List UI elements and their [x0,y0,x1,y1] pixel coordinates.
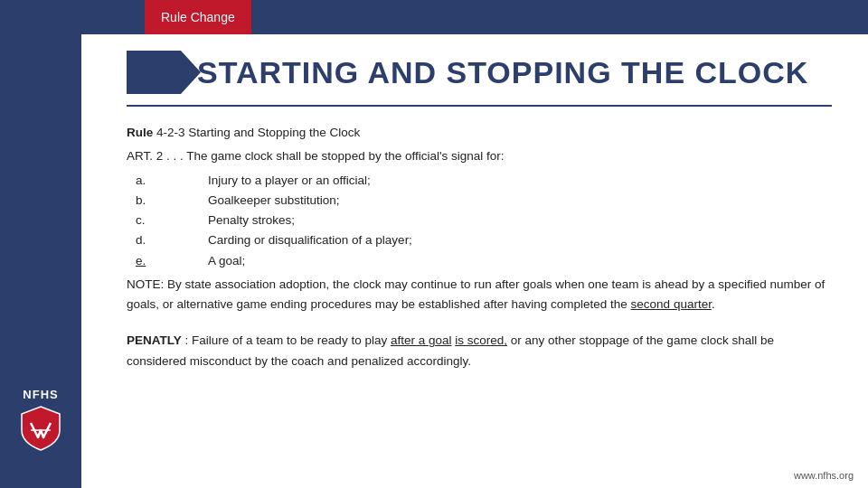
second-quarter-underline: second quarter [631,297,712,311]
art-intro: ART. 2 . . . The game clock shall be sto… [127,146,832,166]
item-letter-a: a. [127,171,181,191]
table-row: a. Injury to a player or an official; [127,171,412,191]
item-letter-d: d. [127,230,181,250]
title-area: STARTING AND STOPPING THE CLOCK [127,34,832,107]
rule-heading-rest: 4-2-3 Starting and Stopping the Clock [156,126,360,139]
nfhs-shield-icon [20,405,61,452]
item-text-b: Goalkeeper substitution; [181,191,412,211]
top-bar: Rule Change [0,0,868,34]
footer-text: www.nfhs.org [794,470,854,481]
table-row: b. Goalkeeper substitution; [127,191,412,211]
item-letter-e: e. [127,251,181,271]
penalty-text: PENATLY : Failure of a team to be ready … [127,331,832,371]
nfhs-name: NFHS [23,388,58,401]
item-letter-c: c. [127,211,181,230]
item-text-c: Penalty strokes; [181,211,412,230]
item-e-underline: e. [136,254,146,267]
rule-heading: Rule 4-2-3 Starting and Stopping the Clo… [127,123,832,143]
item-letter-b: b. [127,191,181,211]
rule-items-table: a. Injury to a player or an official; b.… [127,171,412,271]
sidebar-stripe: NFHS [0,34,81,488]
penalty-underline2: is scored, [455,333,507,347]
rule-change-label: Rule Change [145,0,251,34]
penalty-underline1: after a goal [391,333,452,347]
nfhs-logo: NFHS [9,388,72,452]
table-row: c. Penalty strokes; [127,211,412,230]
table-row: e. A goal; [127,251,412,271]
arrow-decoration [127,51,181,94]
penalty-text-part1: : Failure of a team to be ready to play [185,333,391,347]
rule-note: NOTE: By state association adoption, the… [127,275,832,315]
item-text-d: Carding or disqualification of a player; [181,230,412,250]
penalty-section: PENATLY : Failure of a team to be ready … [127,331,832,371]
table-row: d. Carding or disqualification of a play… [127,230,412,250]
item-text-e: A goal; [181,251,412,271]
penalty-label: PENATLY [127,333,182,347]
page-title: STARTING AND STOPPING THE CLOCK [197,55,808,90]
main-content: STARTING AND STOPPING THE CLOCK Rule 4-2… [81,34,868,488]
rule-bold-heading: Rule [127,126,153,139]
footer: www.nfhs.org [794,470,854,481]
rule-content: Rule 4-2-3 Starting and Stopping the Clo… [127,123,832,314]
item-text-a: Injury to a player or an official; [181,171,412,191]
